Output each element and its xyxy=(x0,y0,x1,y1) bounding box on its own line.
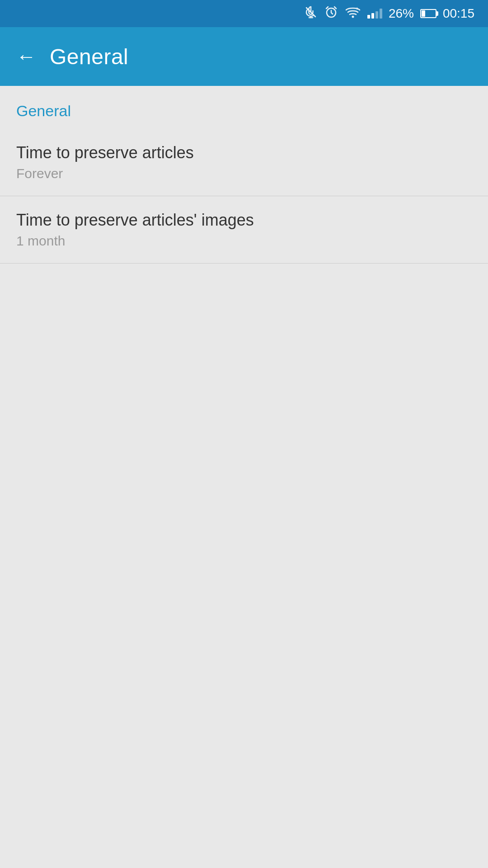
preserve-articles-value: Forever xyxy=(16,166,472,181)
divider-2 xyxy=(0,263,488,264)
back-button[interactable]: ← xyxy=(16,45,36,68)
settings-content: General Time to preserve articles Foreve… xyxy=(0,86,488,264)
battery-icon xyxy=(420,9,436,18)
alarm-icon xyxy=(324,5,338,23)
mute-icon xyxy=(304,5,318,22)
status-time: 00:15 xyxy=(443,6,474,21)
section-header-general: General xyxy=(0,86,488,129)
battery-percent: 26% xyxy=(389,6,414,21)
preserve-images-value: 1 month xyxy=(16,233,472,249)
status-icons: 26% 00:15 xyxy=(304,5,474,23)
preserve-images-title: Time to preserve articles' images xyxy=(16,211,472,230)
settings-item-preserve-articles[interactable]: Time to preserve articles Forever xyxy=(0,129,488,196)
app-bar: ← General xyxy=(0,27,488,86)
signal-icon xyxy=(367,9,382,19)
preserve-articles-title: Time to preserve articles xyxy=(16,143,472,162)
settings-item-preserve-images[interactable]: Time to preserve articles' images 1 mont… xyxy=(0,196,488,263)
app-bar-title: General xyxy=(50,44,128,69)
status-bar: 26% 00:15 xyxy=(0,0,488,27)
wifi-icon xyxy=(345,6,361,22)
svg-point-1 xyxy=(352,15,354,18)
